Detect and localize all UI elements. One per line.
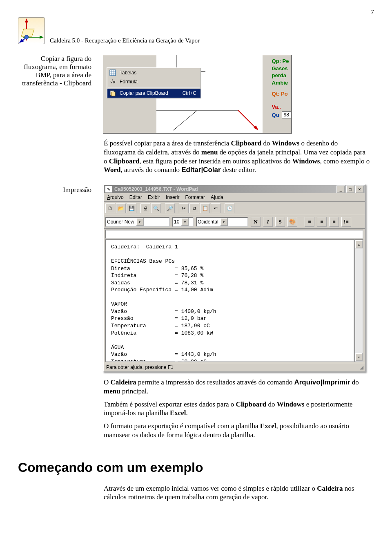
copy-button[interactable]: ⧉: [189, 203, 199, 213]
chevron-down-icon: ▾: [220, 218, 228, 226]
header-title: Caldeira 5.0 - Recuperação e Eficiência …: [50, 37, 200, 44]
preview-button[interactable]: 🔍: [151, 203, 161, 213]
ruler[interactable]: [105, 230, 363, 239]
table-icon: [109, 69, 116, 76]
font-size-value: 10: [174, 219, 179, 225]
logo-icon: [18, 17, 45, 44]
status-bar: Para obter ajuda, pressione F1 ◢: [104, 363, 365, 371]
svg-rect-6: [21, 29, 34, 36]
scroll-down-icon[interactable]: ▾: [355, 353, 363, 361]
svg-marker-3: [40, 36, 44, 39]
font-name-combo[interactable]: Courier New▾: [105, 217, 170, 227]
menu-item-formula[interactable]: √α Fórmula: [107, 77, 200, 86]
font-script-value: Ocidental: [198, 219, 218, 225]
minimize-button[interactable]: _: [336, 185, 345, 193]
menu-inserir[interactable]: Inserir: [166, 194, 179, 200]
save-button[interactable]: 💾: [127, 203, 136, 213]
new-button[interactable]: 🗋: [105, 203, 115, 213]
chevron-down-icon: ▾: [181, 218, 189, 226]
menu-arquivo[interactable]: Arquivo: [107, 194, 124, 200]
underline-button[interactable]: S: [275, 217, 285, 227]
date-button[interactable]: 🕒: [225, 203, 234, 213]
menu-exibir[interactable]: Exibir: [148, 194, 160, 200]
document-body[interactable]: Caldeira: Caldeira 1 EFICIÊNCIAS Base PC…: [105, 239, 354, 362]
section2-paragraph3: O formato para exportação é compatível c…: [104, 422, 370, 440]
section2-label: Impressão: [18, 184, 91, 194]
legend-qp: Qp: Pe: [272, 58, 291, 65]
svg-rect-20: [111, 92, 115, 96]
legend-ambie: Ambie: [272, 79, 291, 87]
chevron-down-icon: ▾: [136, 218, 144, 226]
undo-button[interactable]: ↶: [211, 203, 220, 213]
document-header: Caldeira 5.0 - Recuperação e Eficiência …: [18, 17, 374, 44]
svg-rect-14: [110, 70, 116, 76]
align-right-button[interactable]: ≡: [329, 217, 339, 227]
formula-icon: √α: [109, 78, 116, 85]
heading-comecando: Começando com um exemplo: [18, 460, 374, 475]
copy-icon: [109, 89, 116, 97]
bullets-button[interactable]: ⁝≡: [341, 217, 351, 227]
context-menu: Tabelas √α Fórmula Copiar para ClipBoard…: [107, 67, 201, 98]
qu-value-input[interactable]: 98: [282, 111, 291, 118]
svg-line-11: [238, 110, 256, 129]
svg-line-13: [173, 110, 197, 131]
svg-marker-1: [25, 18, 28, 22]
menu-ajuda[interactable]: Ajuda: [211, 194, 223, 200]
cut-button[interactable]: ✂: [179, 203, 189, 213]
close-button[interactable]: ×: [355, 185, 364, 193]
align-center-button[interactable]: ≡: [317, 217, 327, 227]
right-legend: Qp: Pe Gases perda Ambie Qt: Po Va.. Qu …: [272, 58, 291, 118]
page-number: 7: [18, 8, 374, 16]
legend-va: Va..: [272, 103, 281, 111]
legend-gases: Gases: [272, 65, 291, 72]
align-left-button[interactable]: ≡: [305, 217, 314, 227]
font-script-combo[interactable]: Ocidental▾: [196, 217, 248, 227]
menu-item-tabelas[interactable]: Tabelas: [107, 68, 200, 77]
wordpad-window: ✎ Ca05052003_144956.TXT - WordPad _ □ × …: [103, 184, 366, 372]
format-toolbar: Courier New▾ 10▾ Ocidental▾ N I S 🎨 ≡ ≡ …: [104, 215, 365, 229]
menu-item-shortcut: Ctrl+C: [183, 90, 196, 96]
vertical-scrollbar[interactable]: ▴ ▾: [354, 239, 363, 362]
legend-qt: Qt: Po: [272, 90, 291, 98]
section1-label: Copiar a figura do fluxograma, em format…: [18, 55, 91, 87]
menu-item-label: Tabelas: [120, 70, 196, 76]
find-button[interactable]: 🔎: [165, 203, 175, 213]
maximize-button[interactable]: □: [346, 185, 354, 193]
scroll-up-icon[interactable]: ▴: [355, 240, 363, 248]
svg-point-7: [24, 35, 29, 39]
open-button[interactable]: 📂: [116, 203, 126, 213]
menu-item-copy-clipboard[interactable]: Copiar para ClipBoard Ctrl+C: [107, 89, 200, 98]
section1-paragraph: É possível copiar para a área de transfe…: [104, 139, 370, 174]
section2-paragraph1: O Caldeira permite a impressão dos resul…: [104, 378, 370, 396]
legend-perda: perda: [272, 72, 291, 79]
paste-button[interactable]: 📋: [200, 203, 210, 213]
font-size-combo[interactable]: 10▾: [172, 217, 194, 227]
font-name-value: Courier New: [107, 219, 134, 225]
status-text: Para obter ajuda, pressione F1: [106, 364, 174, 370]
screenshot-context-menu: Tabelas √α Fórmula Copiar para ClipBoard…: [103, 55, 292, 133]
italic-button[interactable]: I: [263, 217, 273, 227]
resize-grip-icon[interactable]: ◢: [360, 364, 363, 370]
menu-item-label: Fórmula: [120, 79, 196, 85]
window-title: Ca05052003_144956.TXT - WordPad: [114, 186, 198, 192]
legend-qu: Qu: [272, 112, 279, 119]
menu-item-label: Copiar para ClipBoard: [120, 90, 179, 96]
wordpad-app-icon: ✎: [105, 185, 112, 193]
menu-formatar[interactable]: Formatar: [185, 194, 205, 200]
closing-paragraph: Através de um exemplo inicial vamos ver …: [104, 484, 370, 502]
color-button[interactable]: 🎨: [287, 217, 297, 227]
print-button[interactable]: 🖨: [140, 203, 150, 213]
menu-separator: [108, 87, 200, 88]
standard-toolbar: 🗋 📂 💾 🖨 🔍 🔎 ✂ ⧉ 📋 ↶ 🕒: [104, 202, 365, 215]
bold-button[interactable]: N: [251, 217, 261, 227]
window-titlebar: ✎ Ca05052003_144956.TXT - WordPad _ □ ×: [104, 185, 365, 193]
menu-editar[interactable]: Editar: [129, 194, 142, 200]
section2-paragraph2: Também é possível exportar estes dados p…: [104, 400, 370, 418]
menubar: Arquivo Editar Exibir Inserir Formatar A…: [104, 193, 365, 202]
